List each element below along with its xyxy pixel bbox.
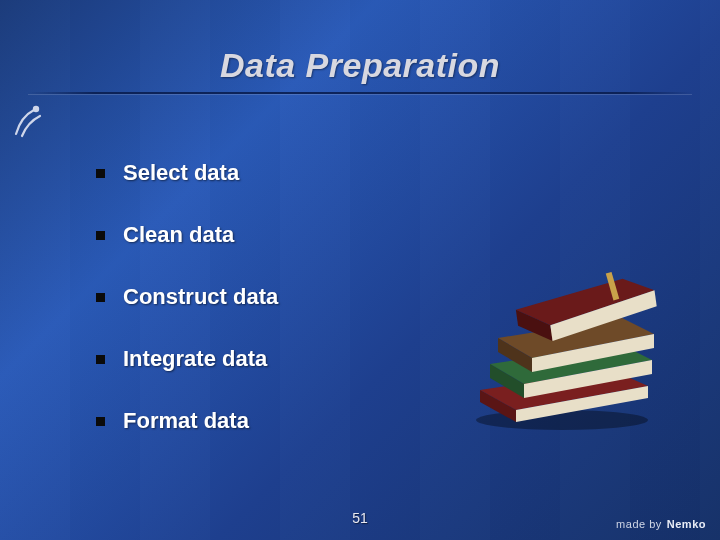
square-bullet-icon xyxy=(96,231,105,240)
list-item: Construct data xyxy=(96,284,278,310)
square-bullet-icon xyxy=(96,355,105,364)
svg-rect-2 xyxy=(606,272,619,301)
bullet-label: Construct data xyxy=(123,284,278,310)
svg-point-0 xyxy=(33,106,39,112)
footer-brand: Nemko xyxy=(667,518,706,530)
books-stack-icon xyxy=(462,252,662,432)
footer-credit: made by Nemko xyxy=(616,518,706,530)
list-item: Clean data xyxy=(96,222,278,248)
square-bullet-icon xyxy=(96,417,105,426)
slide-title: Data Preparation xyxy=(0,46,720,85)
bullet-label: Clean data xyxy=(123,222,234,248)
list-item: Integrate data xyxy=(96,346,278,372)
list-item: Format data xyxy=(96,408,278,434)
figure-logo-icon xyxy=(6,100,50,144)
bullet-label: Select data xyxy=(123,160,239,186)
title-underline xyxy=(28,92,692,94)
bullet-label: Integrate data xyxy=(123,346,267,372)
page-number: 51 xyxy=(0,510,720,526)
footer-made-by: made by xyxy=(616,518,662,530)
bullet-list: Select data Clean data Construct data In… xyxy=(96,160,278,434)
bullet-label: Format data xyxy=(123,408,249,434)
svg-point-1 xyxy=(476,410,648,430)
square-bullet-icon xyxy=(96,169,105,178)
square-bullet-icon xyxy=(96,293,105,302)
list-item: Select data xyxy=(96,160,278,186)
